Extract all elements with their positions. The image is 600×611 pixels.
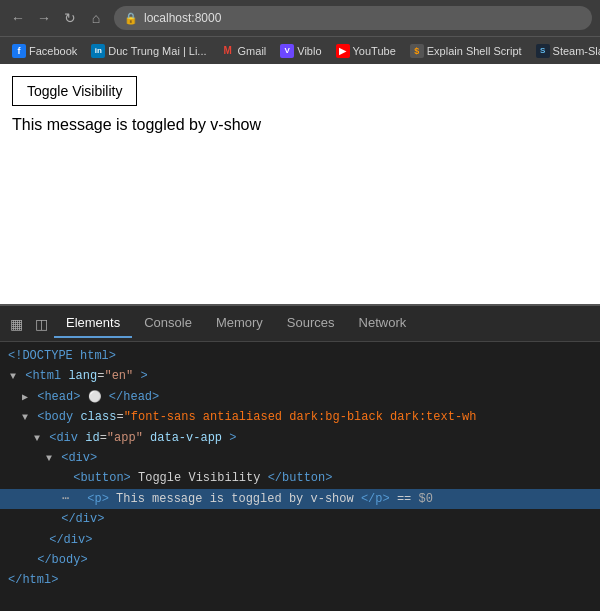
url-display: localhost:8000 (144, 11, 221, 25)
bookmark-label: Steam-Slack (553, 45, 600, 57)
youtube-icon: ▶ (336, 44, 350, 58)
linkedin-icon: in (91, 44, 105, 58)
html-doctype-line: <!DOCTYPE html> (0, 346, 600, 366)
html-close-div-inner: </div> (0, 509, 600, 529)
devtools-inspect-icon[interactable]: ▦ (4, 312, 29, 336)
lock-icon: 🔒 (124, 12, 138, 25)
bookmark-steam[interactable]: S Steam-Slack (530, 42, 600, 60)
nav-buttons: ← → ↻ ⌂ (8, 10, 106, 26)
steam-icon: S (536, 44, 550, 58)
viblo-icon: V (280, 44, 294, 58)
bookmark-viblo[interactable]: V Viblo (274, 42, 327, 60)
devtools-tabs: ▦ ◫ Elements Console Memory Sources Netw… (0, 306, 600, 342)
bookmark-label: YouTube (353, 45, 396, 57)
nav-bar: ← → ↻ ⌂ 🔒 localhost:8000 (0, 0, 600, 36)
reload-button[interactable]: ↻ (60, 10, 80, 26)
explain-icon: $ (410, 44, 424, 58)
tab-elements[interactable]: Elements (54, 309, 132, 338)
html-div-app-line: ▼ <div id="app" data-v-app > (0, 428, 600, 448)
more-icon[interactable]: ⋯ (56, 489, 75, 509)
bookmark-gmail[interactable]: M Gmail (215, 42, 273, 60)
toggle-message: This message is toggled by v-show (12, 116, 588, 134)
html-close-div-app: </div> (0, 530, 600, 550)
tab-console[interactable]: Console (132, 309, 204, 338)
page-content: Toggle Visibility This message is toggle… (0, 64, 600, 304)
tab-memory[interactable]: Memory (204, 309, 275, 338)
bookmark-label: Duc Trung Mai | Li... (108, 45, 206, 57)
devtools-panel: ▦ ◫ Elements Console Memory Sources Netw… (0, 304, 600, 611)
facebook-icon: f (12, 44, 26, 58)
bookmark-label: Viblo (297, 45, 321, 57)
tab-sources[interactable]: Sources (275, 309, 347, 338)
toggle-visibility-button[interactable]: Toggle Visibility (12, 76, 137, 106)
bookmark-label: Gmail (238, 45, 267, 57)
gmail-icon: M (221, 44, 235, 58)
home-button[interactable]: ⌂ (86, 10, 106, 26)
bookmark-linkedin[interactable]: in Duc Trung Mai | Li... (85, 42, 212, 60)
browser-chrome: ← → ↻ ⌂ 🔒 localhost:8000 f Facebook in D… (0, 0, 600, 64)
bookmark-label: Facebook (29, 45, 77, 57)
back-button[interactable]: ← (8, 10, 28, 26)
bookmark-facebook[interactable]: f Facebook (6, 42, 83, 60)
bookmark-label: Explain Shell Script (427, 45, 522, 57)
tab-network[interactable]: Network (347, 309, 419, 338)
html-p-line[interactable]: ⋯ <p> This message is toggled by v-show … (0, 489, 600, 509)
html-tag-line: ▼ <html lang="en" > (0, 366, 600, 386)
html-button-line: <button> Toggle Visibility </button> (0, 468, 600, 488)
bookmarks-bar: f Facebook in Duc Trung Mai | Li... M Gm… (0, 36, 600, 64)
address-bar[interactable]: 🔒 localhost:8000 (114, 6, 592, 30)
bookmark-explain[interactable]: $ Explain Shell Script (404, 42, 528, 60)
html-close-body: </body> (0, 550, 600, 570)
devtools-html-content: <!DOCTYPE html> ▼ <html lang="en" > ▶ <h… (0, 342, 600, 611)
html-head-line: ▶ <head> ⚪ </head> (0, 387, 600, 407)
forward-button[interactable]: → (34, 10, 54, 26)
devtools-responsive-icon[interactable]: ◫ (29, 312, 54, 336)
html-close-html: </html> (0, 570, 600, 590)
html-inner-div-line: ▼ <div> (0, 448, 600, 468)
bookmark-youtube[interactable]: ▶ YouTube (330, 42, 402, 60)
html-body-line: ▼ <body class="font-sans antialiased dar… (0, 407, 600, 427)
